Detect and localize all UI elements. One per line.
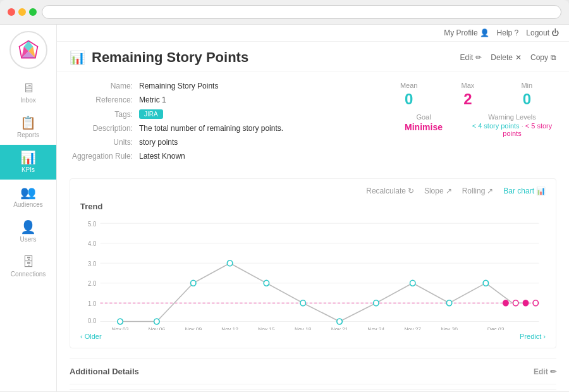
sidebar-item-connections-label: Connections <box>11 271 46 278</box>
svg-text:2.0: 2.0 <box>88 280 97 287</box>
min-label: Min <box>498 82 556 89</box>
my-profile-label: My Profile <box>444 28 477 37</box>
units-label: Units: <box>70 138 139 147</box>
warning-item: Warning Levels < 4 story points · < 5 st… <box>468 113 556 137</box>
reports-icon: 📋 <box>20 116 36 129</box>
meta-reference-row: Reference: Metric 1 <box>70 95 367 104</box>
page-title: Remaining Story Points <box>92 49 248 66</box>
svg-text:1.0: 1.0 <box>88 300 97 307</box>
tags-label: Tags: <box>70 110 139 119</box>
svg-point-27 <box>446 300 451 306</box>
aggregation-label: Aggregation Rule: <box>70 152 139 161</box>
stat-min: Min 0 <box>498 82 556 108</box>
additional-details-header: Additional Details Edit ✏ <box>70 367 556 376</box>
warning-cyan: < 4 story points <box>472 122 520 130</box>
my-profile-link[interactable]: My Profile 👤 <box>444 28 489 37</box>
svg-text:Nov 21: Nov 21 <box>331 326 348 330</box>
svg-text:Nov 15: Nov 15 <box>258 326 275 330</box>
sidebar-item-connections[interactable]: 🗄 Connections <box>0 249 56 284</box>
rolling-label: Rolling <box>462 187 486 195</box>
delete-icon: ✕ <box>515 53 522 62</box>
sidebar-item-audiences[interactable]: 👥 Audiences <box>0 180 56 214</box>
close-button[interactable] <box>8 8 15 16</box>
sidebar-item-kpis[interactable]: 📊 KPIs <box>0 145 56 180</box>
svg-text:Nov 18: Nov 18 <box>295 326 312 330</box>
meta-units-row: Units: story points <box>70 138 367 147</box>
svg-text:4.0: 4.0 <box>88 240 97 247</box>
rolling-button[interactable]: Rolling ↗ <box>462 187 494 195</box>
profile-icon: 👤 <box>480 28 489 37</box>
svg-text:Nov 06: Nov 06 <box>149 326 166 330</box>
bar-chart-button[interactable]: Bar chart 📊 <box>503 187 546 195</box>
maximize-button[interactable] <box>29 8 37 16</box>
delete-label: Delete <box>491 53 513 62</box>
chart-toolbar: Recalculate ↻ Slope ↗ Rolling ↗ Bar char… <box>80 187 546 195</box>
mean-label: Mean <box>379 82 438 89</box>
help-link[interactable]: Help ? <box>497 28 519 37</box>
page-title-area: 📊 Remaining Story Points <box>70 49 248 66</box>
svg-point-24 <box>337 319 342 324</box>
copy-button[interactable]: Copy ⧉ <box>530 53 556 62</box>
max-value: 2 <box>438 90 497 108</box>
tag-jira[interactable]: JIRA <box>139 109 163 119</box>
svg-text:Nov 30: Nov 30 <box>441 326 458 330</box>
app-container: 🖥 Inbox 📋 Reports 📊 KPIs 👥 Audiences 👤 U… <box>0 25 569 391</box>
chart-nav: ‹ Older Predict › <box>80 333 546 340</box>
meta-name-row: Name: Remaining Story Points <box>70 82 367 90</box>
stat-mean: Mean 0 <box>379 82 438 108</box>
address-bar[interactable] <box>42 5 561 19</box>
svg-point-31 <box>523 300 528 306</box>
sidebar-item-users[interactable]: 👤 Users <box>0 214 56 249</box>
chart-section: Recalculate ↻ Slope ↗ Rolling ↗ Bar char… <box>70 178 556 348</box>
slope-button[interactable]: Slope ↗ <box>424 187 452 195</box>
page-header: 📊 Remaining Story Points Edit ✏ Delete ✕… <box>57 42 569 71</box>
predict-button[interactable]: Predict › <box>520 333 546 340</box>
chart-title: Trend <box>80 202 546 211</box>
svg-point-28 <box>483 280 488 286</box>
svg-point-29 <box>503 300 508 306</box>
minimize-button[interactable] <box>18 8 26 16</box>
sidebar-item-kpis-label: KPIs <box>21 166 35 173</box>
sidebar-item-reports-label: Reports <box>17 132 39 138</box>
sidebar-item-inbox-label: Inbox <box>20 97 35 104</box>
goal-row: Goal Minimise Warning Levels < 4 story p… <box>379 113 556 137</box>
logout-link[interactable]: Logout ⏻ <box>526 28 559 37</box>
svg-point-22 <box>264 280 269 286</box>
sidebar-item-audiences-label: Audiences <box>13 201 43 208</box>
meta-left: Name: Remaining Story Points Reference: … <box>70 82 367 166</box>
recalculate-button[interactable]: Recalculate ↻ <box>366 187 414 195</box>
description-value: The total number of remaining story poin… <box>139 124 283 133</box>
goal-label: Goal <box>379 113 468 121</box>
copy-icon: ⧉ <box>551 53 556 62</box>
traffic-lights <box>8 8 37 16</box>
stats-row: Mean 0 Max 2 Min 0 <box>379 82 556 108</box>
chart-icon: 📊 <box>70 50 85 65</box>
meta-aggregation-row: Aggregation Rule: Latest Known <box>70 152 367 161</box>
svg-point-21 <box>227 260 232 266</box>
chart-container: 5.0 4.0 3.0 2.0 1.0 0.0 <box>80 216 546 330</box>
kpi-definition-section: KPI Calculation Definition <box>70 389 556 391</box>
svg-point-30 <box>513 300 518 306</box>
meta-tags-row: Tags: JIRA <box>70 109 367 119</box>
reference-value: Metric 1 <box>139 95 166 104</box>
sidebar-item-inbox[interactable]: 🖥 Inbox <box>0 75 56 110</box>
delete-button[interactable]: Delete ✕ <box>491 53 522 62</box>
inbox-icon: 🖥 <box>22 82 35 94</box>
users-icon: 👤 <box>20 221 36 233</box>
additional-details-label: Additional Details <box>70 367 139 376</box>
sidebar-item-reports[interactable]: 📋 Reports <box>0 110 56 145</box>
sidebar-item-users-label: Users <box>20 236 36 243</box>
warning-label: Warning Levels <box>468 113 556 121</box>
edit-button[interactable]: Edit ✏ <box>460 53 482 62</box>
older-button[interactable]: ‹ Older <box>80 333 102 340</box>
svg-point-19 <box>154 319 159 324</box>
additional-edit-button[interactable]: Edit ✏ <box>534 367 556 376</box>
svg-point-18 <box>118 319 123 324</box>
additional-details-section: Additional Details Edit ✏ <box>70 358 556 376</box>
aggregation-value: Latest Known <box>139 152 185 161</box>
svg-text:Nov 24: Nov 24 <box>368 326 385 330</box>
divider <box>70 384 556 384</box>
copy-label: Copy <box>530 53 548 62</box>
goal-item: Goal Minimise <box>379 113 468 137</box>
name-label: Name: <box>70 82 139 90</box>
